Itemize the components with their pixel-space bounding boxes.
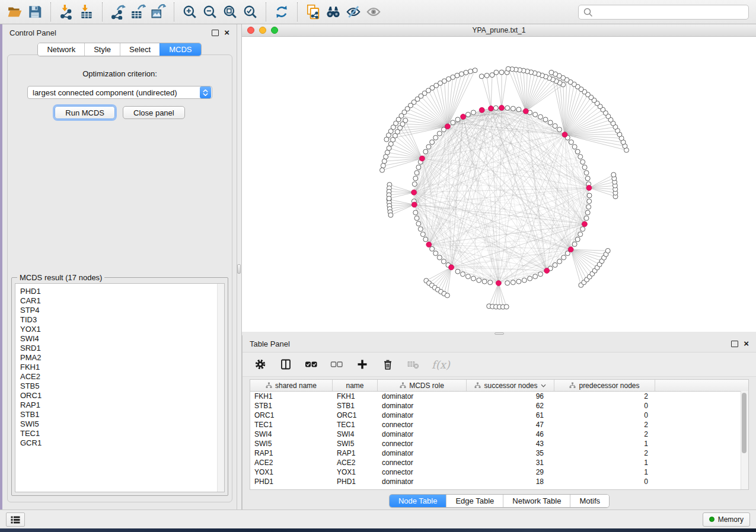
tab-edge-table[interactable]: Edge Table: [446, 495, 503, 507]
import-network-button[interactable]: [56, 2, 76, 21]
select-all-button[interactable]: [304, 357, 318, 371]
mcds-result-item[interactable]: SWI4: [20, 334, 224, 344]
tab-node-table[interactable]: Node Table: [390, 495, 446, 507]
task-history-button[interactable]: [6, 512, 25, 527]
table-row[interactable]: RAP1RAP1dominator352: [250, 448, 748, 458]
column-header-predecessor-nodes[interactable]: predecessor nodes: [554, 380, 655, 391]
close-panel-icon[interactable]: ×: [744, 341, 749, 347]
float-panel-icon[interactable]: [212, 30, 219, 36]
vertical-splitter[interactable]: [237, 24, 242, 509]
mcds-result-item[interactable]: ACE2: [20, 372, 224, 382]
table-row[interactable]: ORC1ORC1dominator610: [250, 411, 748, 420]
mcds-result-item[interactable]: GCR1: [20, 438, 224, 448]
delete-column-button[interactable]: [381, 357, 395, 371]
memory-button[interactable]: Memory: [703, 512, 750, 527]
zoom-out-button[interactable]: [200, 2, 220, 21]
mcds-result-list[interactable]: PHD1CAR1STP4TID3YOX1SWI4SRD1PMA2FKH1ACE2…: [15, 283, 225, 492]
mcds-result-item[interactable]: STP4: [20, 306, 224, 315]
table-row[interactable]: SWI5SWI5connector431: [250, 439, 748, 448]
scrollbar-thumb[interactable]: [742, 393, 747, 453]
hide-selected-button[interactable]: [343, 2, 363, 21]
table-cell: 2: [554, 392, 655, 401]
refresh-button[interactable]: [272, 2, 292, 21]
toolbar-separator: [174, 2, 174, 21]
window-minimize-icon[interactable]: [259, 27, 266, 34]
tab-network[interactable]: Network: [38, 43, 84, 56]
table-row[interactable]: STB1STB1dominator620: [250, 401, 748, 411]
network-title: YPA_prune.txt_1: [473, 26, 526, 34]
mcds-result-item[interactable]: PMA2: [20, 353, 224, 363]
import-network-icon: [59, 4, 74, 20]
column-header-MCDS-role[interactable]: MCDS role: [378, 380, 467, 391]
mcds-result-item[interactable]: RAP1: [20, 400, 224, 410]
show-all-button[interactable]: [363, 2, 384, 21]
network-canvas[interactable]: [242, 37, 756, 332]
open-file-button[interactable]: [5, 2, 25, 21]
table-cell: 47: [467, 420, 554, 430]
table-cell: 1: [554, 467, 655, 477]
column-header-shared-name[interactable]: shared name: [250, 380, 333, 391]
table-cell: PHD1: [333, 477, 378, 486]
criterion-dropdown[interactable]: largest connected component (undirected): [27, 86, 212, 99]
close-panel-icon[interactable]: ×: [224, 30, 229, 36]
table-row[interactable]: ACE2ACE2connector311: [250, 458, 748, 467]
result-scrollbar[interactable]: [217, 284, 224, 492]
mcds-result-item[interactable]: YOX1: [20, 325, 224, 334]
tab-select[interactable]: Select: [120, 43, 160, 56]
table-cell: 43: [467, 439, 554, 448]
export-network-button[interactable]: [108, 2, 128, 21]
mcds-result-item[interactable]: PHD1: [20, 287, 224, 296]
mcds-result-item[interactable]: STB1: [20, 410, 224, 419]
mcds-result-item[interactable]: CAR1: [20, 296, 224, 306]
table-settings-button[interactable]: [253, 357, 267, 371]
zoom-selected-button[interactable]: [240, 2, 260, 21]
first-neighbors-button[interactable]: [323, 2, 343, 21]
add-column-button[interactable]: [355, 357, 369, 371]
close-panel-button[interactable]: Close panel: [123, 106, 185, 119]
tab-motifs[interactable]: Motifs: [570, 495, 609, 507]
float-panel-icon[interactable]: [731, 341, 738, 347]
network-graph: [242, 37, 756, 331]
tab-mcds[interactable]: MCDS: [160, 43, 200, 56]
mcds-result-title: MCDS result (17 nodes): [17, 273, 104, 282]
mcds-result-item[interactable]: TID3: [20, 315, 224, 325]
window-maximize-icon[interactable]: [271, 27, 278, 34]
mcds-result-item[interactable]: STB5: [20, 382, 224, 391]
run-mcds-button[interactable]: Run MCDS: [55, 106, 115, 119]
tab-network-table[interactable]: Network Table: [503, 495, 570, 507]
mcds-result-item[interactable]: SWI5: [20, 419, 224, 429]
table-row[interactable]: FKH1FKH1dominator962: [250, 392, 748, 401]
search-input[interactable]: [593, 5, 748, 18]
export-table-button[interactable]: [128, 2, 148, 21]
zoom-fit-button[interactable]: [220, 2, 240, 21]
table-row[interactable]: PHD1PHD1dominator180: [250, 477, 748, 486]
mcds-result-item[interactable]: TEC1: [20, 429, 224, 438]
table-cell: 2: [554, 430, 655, 439]
splitter-grip[interactable]: [495, 332, 504, 335]
import-table-button[interactable]: [76, 2, 97, 21]
horizontal-splitter[interactable]: [242, 332, 756, 335]
clone-network-button[interactable]: [303, 2, 323, 21]
splitter-grip[interactable]: [237, 264, 241, 274]
table-cell: ACE2: [333, 458, 378, 467]
split-view-button[interactable]: [279, 357, 293, 371]
mcds-result-item[interactable]: ORC1: [20, 391, 224, 400]
table-scrollbar[interactable]: [741, 391, 748, 489]
export-image-button[interactable]: [148, 2, 168, 21]
column-header-name[interactable]: name: [333, 380, 378, 391]
table-cell: connector: [378, 458, 467, 467]
window-close-icon[interactable]: [247, 27, 254, 34]
table-row[interactable]: TEC1TEC1connector472: [250, 420, 748, 430]
table-row[interactable]: SWI4SWI4dominator462: [250, 430, 748, 439]
mcds-result-item[interactable]: SRD1: [20, 344, 224, 353]
deselect-all-button[interactable]: [330, 357, 344, 371]
mcds-result-item[interactable]: FKH1: [20, 363, 224, 372]
search-field[interactable]: [578, 5, 749, 20]
table-row[interactable]: YOX1YOX1connector291: [250, 467, 748, 477]
network-window-titlebar[interactable]: YPA_prune.txt_1: [242, 24, 756, 37]
tab-style[interactable]: Style: [84, 43, 120, 56]
export-table-icon: [130, 4, 146, 20]
column-header-successor-nodes[interactable]: successor nodes: [467, 380, 554, 391]
save-session-button[interactable]: [25, 2, 45, 21]
zoom-in-button[interactable]: [180, 2, 200, 21]
